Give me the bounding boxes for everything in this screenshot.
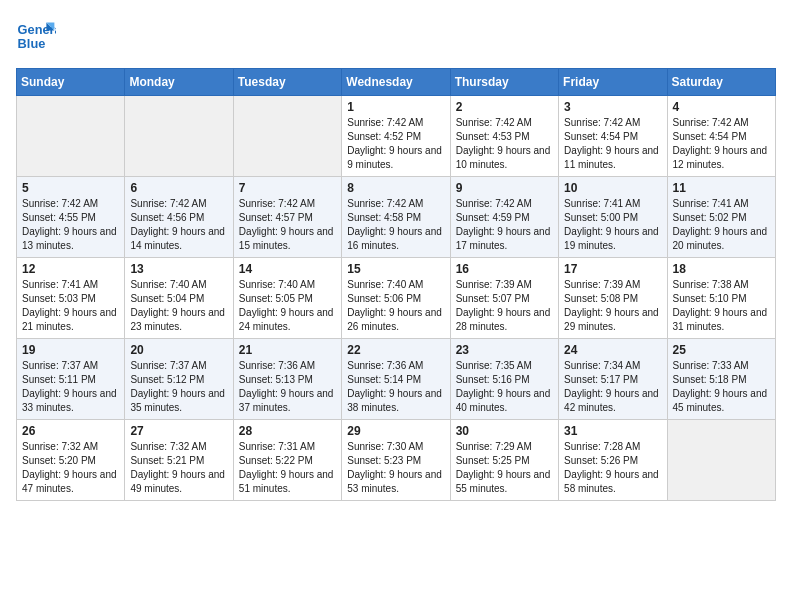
calendar-cell: 8Sunrise: 7:42 AM Sunset: 4:58 PM Daylig…: [342, 177, 450, 258]
day-number: 24: [564, 343, 661, 357]
calendar-cell: [125, 96, 233, 177]
day-info: Sunrise: 7:41 AM Sunset: 5:00 PM Dayligh…: [564, 197, 661, 253]
calendar-cell: 21Sunrise: 7:36 AM Sunset: 5:13 PM Dayli…: [233, 339, 341, 420]
day-number: 16: [456, 262, 553, 276]
day-number: 11: [673, 181, 770, 195]
calendar-cell: 30Sunrise: 7:29 AM Sunset: 5:25 PM Dayli…: [450, 420, 558, 501]
day-info: Sunrise: 7:31 AM Sunset: 5:22 PM Dayligh…: [239, 440, 336, 496]
day-number: 12: [22, 262, 119, 276]
day-number: 4: [673, 100, 770, 114]
day-info: Sunrise: 7:36 AM Sunset: 5:13 PM Dayligh…: [239, 359, 336, 415]
calendar-cell: 31Sunrise: 7:28 AM Sunset: 5:26 PM Dayli…: [559, 420, 667, 501]
day-info: Sunrise: 7:41 AM Sunset: 5:03 PM Dayligh…: [22, 278, 119, 334]
day-info: Sunrise: 7:32 AM Sunset: 5:20 PM Dayligh…: [22, 440, 119, 496]
weekday-header-tuesday: Tuesday: [233, 69, 341, 96]
calendar-cell: 4Sunrise: 7:42 AM Sunset: 4:54 PM Daylig…: [667, 96, 775, 177]
day-info: Sunrise: 7:40 AM Sunset: 5:04 PM Dayligh…: [130, 278, 227, 334]
day-number: 28: [239, 424, 336, 438]
calendar-cell: 23Sunrise: 7:35 AM Sunset: 5:16 PM Dayli…: [450, 339, 558, 420]
calendar-cell: 12Sunrise: 7:41 AM Sunset: 5:03 PM Dayli…: [17, 258, 125, 339]
calendar-cell: 9Sunrise: 7:42 AM Sunset: 4:59 PM Daylig…: [450, 177, 558, 258]
logo: General Blue: [16, 16, 56, 56]
day-info: Sunrise: 7:37 AM Sunset: 5:11 PM Dayligh…: [22, 359, 119, 415]
day-number: 20: [130, 343, 227, 357]
day-info: Sunrise: 7:30 AM Sunset: 5:23 PM Dayligh…: [347, 440, 444, 496]
day-info: Sunrise: 7:42 AM Sunset: 4:54 PM Dayligh…: [564, 116, 661, 172]
calendar-cell: 11Sunrise: 7:41 AM Sunset: 5:02 PM Dayli…: [667, 177, 775, 258]
day-number: 1: [347, 100, 444, 114]
day-number: 23: [456, 343, 553, 357]
day-number: 26: [22, 424, 119, 438]
day-number: 6: [130, 181, 227, 195]
day-info: Sunrise: 7:35 AM Sunset: 5:16 PM Dayligh…: [456, 359, 553, 415]
calendar-cell: 28Sunrise: 7:31 AM Sunset: 5:22 PM Dayli…: [233, 420, 341, 501]
calendar-cell: 2Sunrise: 7:42 AM Sunset: 4:53 PM Daylig…: [450, 96, 558, 177]
day-number: 10: [564, 181, 661, 195]
day-number: 29: [347, 424, 444, 438]
day-info: Sunrise: 7:38 AM Sunset: 5:10 PM Dayligh…: [673, 278, 770, 334]
day-info: Sunrise: 7:29 AM Sunset: 5:25 PM Dayligh…: [456, 440, 553, 496]
calendar-cell: 15Sunrise: 7:40 AM Sunset: 5:06 PM Dayli…: [342, 258, 450, 339]
weekday-header-saturday: Saturday: [667, 69, 775, 96]
day-info: Sunrise: 7:42 AM Sunset: 4:57 PM Dayligh…: [239, 197, 336, 253]
weekday-header-sunday: Sunday: [17, 69, 125, 96]
day-info: Sunrise: 7:28 AM Sunset: 5:26 PM Dayligh…: [564, 440, 661, 496]
day-number: 30: [456, 424, 553, 438]
weekday-header-monday: Monday: [125, 69, 233, 96]
weekday-header-friday: Friday: [559, 69, 667, 96]
day-number: 22: [347, 343, 444, 357]
calendar-cell: 26Sunrise: 7:32 AM Sunset: 5:20 PM Dayli…: [17, 420, 125, 501]
calendar-cell: 25Sunrise: 7:33 AM Sunset: 5:18 PM Dayli…: [667, 339, 775, 420]
calendar-cell: 24Sunrise: 7:34 AM Sunset: 5:17 PM Dayli…: [559, 339, 667, 420]
logo-icon: General Blue: [16, 16, 56, 56]
day-number: 14: [239, 262, 336, 276]
day-number: 25: [673, 343, 770, 357]
day-info: Sunrise: 7:42 AM Sunset: 4:52 PM Dayligh…: [347, 116, 444, 172]
calendar-week-row: 12Sunrise: 7:41 AM Sunset: 5:03 PM Dayli…: [17, 258, 776, 339]
calendar-week-row: 26Sunrise: 7:32 AM Sunset: 5:20 PM Dayli…: [17, 420, 776, 501]
day-number: 15: [347, 262, 444, 276]
calendar-table: SundayMondayTuesdayWednesdayThursdayFrid…: [16, 68, 776, 501]
day-info: Sunrise: 7:42 AM Sunset: 4:58 PM Dayligh…: [347, 197, 444, 253]
day-number: 7: [239, 181, 336, 195]
day-info: Sunrise: 7:41 AM Sunset: 5:02 PM Dayligh…: [673, 197, 770, 253]
day-number: 8: [347, 181, 444, 195]
calendar-cell: 13Sunrise: 7:40 AM Sunset: 5:04 PM Dayli…: [125, 258, 233, 339]
calendar-cell: 17Sunrise: 7:39 AM Sunset: 5:08 PM Dayli…: [559, 258, 667, 339]
day-info: Sunrise: 7:42 AM Sunset: 4:59 PM Dayligh…: [456, 197, 553, 253]
day-info: Sunrise: 7:42 AM Sunset: 4:56 PM Dayligh…: [130, 197, 227, 253]
calendar-cell: [17, 96, 125, 177]
calendar-week-row: 1Sunrise: 7:42 AM Sunset: 4:52 PM Daylig…: [17, 96, 776, 177]
day-number: 18: [673, 262, 770, 276]
calendar-cell: 29Sunrise: 7:30 AM Sunset: 5:23 PM Dayli…: [342, 420, 450, 501]
day-number: 3: [564, 100, 661, 114]
day-number: 19: [22, 343, 119, 357]
day-number: 31: [564, 424, 661, 438]
calendar-cell: 5Sunrise: 7:42 AM Sunset: 4:55 PM Daylig…: [17, 177, 125, 258]
day-number: 5: [22, 181, 119, 195]
svg-text:Blue: Blue: [18, 36, 46, 51]
day-number: 21: [239, 343, 336, 357]
day-info: Sunrise: 7:40 AM Sunset: 5:05 PM Dayligh…: [239, 278, 336, 334]
day-info: Sunrise: 7:32 AM Sunset: 5:21 PM Dayligh…: [130, 440, 227, 496]
calendar-cell: 6Sunrise: 7:42 AM Sunset: 4:56 PM Daylig…: [125, 177, 233, 258]
calendar-cell: 19Sunrise: 7:37 AM Sunset: 5:11 PM Dayli…: [17, 339, 125, 420]
day-info: Sunrise: 7:42 AM Sunset: 4:53 PM Dayligh…: [456, 116, 553, 172]
calendar-cell: 14Sunrise: 7:40 AM Sunset: 5:05 PM Dayli…: [233, 258, 341, 339]
calendar-cell: 22Sunrise: 7:36 AM Sunset: 5:14 PM Dayli…: [342, 339, 450, 420]
calendar-cell: 1Sunrise: 7:42 AM Sunset: 4:52 PM Daylig…: [342, 96, 450, 177]
calendar-cell: [667, 420, 775, 501]
calendar-week-row: 19Sunrise: 7:37 AM Sunset: 5:11 PM Dayli…: [17, 339, 776, 420]
day-info: Sunrise: 7:40 AM Sunset: 5:06 PM Dayligh…: [347, 278, 444, 334]
day-info: Sunrise: 7:39 AM Sunset: 5:08 PM Dayligh…: [564, 278, 661, 334]
day-info: Sunrise: 7:42 AM Sunset: 4:54 PM Dayligh…: [673, 116, 770, 172]
day-info: Sunrise: 7:39 AM Sunset: 5:07 PM Dayligh…: [456, 278, 553, 334]
day-number: 27: [130, 424, 227, 438]
day-info: Sunrise: 7:42 AM Sunset: 4:55 PM Dayligh…: [22, 197, 119, 253]
calendar-cell: 27Sunrise: 7:32 AM Sunset: 5:21 PM Dayli…: [125, 420, 233, 501]
calendar-cell: 10Sunrise: 7:41 AM Sunset: 5:00 PM Dayli…: [559, 177, 667, 258]
day-number: 2: [456, 100, 553, 114]
weekday-header-thursday: Thursday: [450, 69, 558, 96]
calendar-cell: 3Sunrise: 7:42 AM Sunset: 4:54 PM Daylig…: [559, 96, 667, 177]
calendar-week-row: 5Sunrise: 7:42 AM Sunset: 4:55 PM Daylig…: [17, 177, 776, 258]
